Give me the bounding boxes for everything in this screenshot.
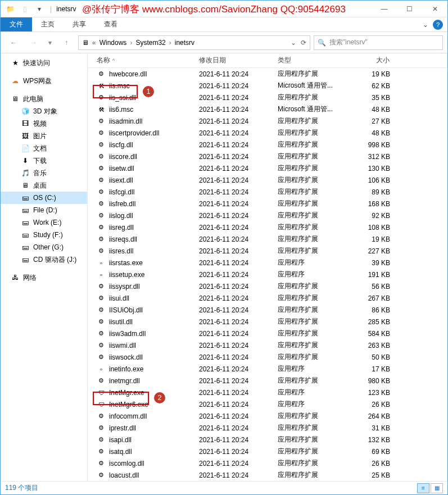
- file-row[interactable]: ⚙iiscfg.dll 2021-6-11 20:24 应用程序扩展 998 K…: [88, 139, 447, 151]
- column-name[interactable]: 名称^: [88, 56, 194, 65]
- sidebar-drive[interactable]: 🖴File (D:): [1, 204, 87, 216]
- file-row[interactable]: 🛠iis.msc 2021-6-11 20:24 Microsoft 通用管..…: [88, 80, 447, 92]
- file-row[interactable]: ⚙isapi.dll 2021-6-11 20:24 应用程序扩展 132 KB: [88, 434, 447, 446]
- drive-icon: 🖴: [21, 206, 30, 215]
- breadcrumb[interactable]: System32: [135, 39, 165, 47]
- tab-share[interactable]: 共享: [64, 17, 95, 31]
- sidebar-drive[interactable]: 🖴Work (E:): [1, 216, 87, 229]
- file-row[interactable]: ▫iisrstas.exe 2021-6-11 20:24 应用程序 39 KB: [88, 257, 447, 269]
- sidebar-item[interactable]: 📄文档: [1, 142, 87, 155]
- file-row[interactable]: ⚙iscomlog.dll 2021-6-11 20:24 应用程序扩展 26 …: [88, 457, 447, 469]
- nav-up-button[interactable]: ↑: [58, 35, 75, 51]
- nav-back-button[interactable]: ←: [5, 35, 22, 51]
- file-row[interactable]: 🛡InetMgr.exe 2021-6-11 20:24 应用程序 123 KB: [88, 387, 447, 398]
- file-date: 2021-6-11 20:24: [194, 306, 273, 314]
- file-row[interactable]: 🛡InetMgr6.exe 2021-6-11 20:24 应用程序 26 KB: [88, 398, 447, 410]
- qat-dropdown[interactable]: ▾: [33, 3, 46, 15]
- file-type: 应用程序扩展: [273, 187, 352, 197]
- file-icon: ⚙: [97, 353, 106, 362]
- sidebar-drive[interactable]: 🖴Other (G:): [1, 241, 87, 253]
- file-row[interactable]: ⚙iisfcgi.dll 2021-6-11 20:24 应用程序扩展 89 K…: [88, 186, 447, 198]
- sidebar-item[interactable]: 🖥桌面: [1, 179, 87, 192]
- file-row[interactable]: ▫inetinfo.exe 2021-6-11 20:24 应用程序 17 KB: [88, 363, 447, 375]
- sort-indicator-icon: ^: [112, 58, 115, 63]
- tab-file[interactable]: 文件: [1, 17, 32, 31]
- file-row[interactable]: ⚙iisadmin.dll 2021-6-11 20:24 应用程序扩展 27 …: [88, 115, 447, 127]
- file-row[interactable]: ⚙iisreg.dll 2021-6-11 20:24 应用程序扩展 108 K…: [88, 221, 447, 233]
- file-row[interactable]: ⚙iisreqs.dll 2021-6-11 20:24 应用程序扩展 19 K…: [88, 233, 447, 245]
- search-input[interactable]: 🔍 搜索"inetsrv": [314, 35, 443, 50]
- sidebar-network[interactable]: 🖧网络: [1, 271, 87, 284]
- breadcrumb[interactable]: inetsrv: [175, 39, 194, 47]
- address-bar[interactable]: 🖥 « Windows › System32 › inetsrv ⌄ ⟳: [78, 35, 310, 50]
- view-details-button[interactable]: ≡: [417, 483, 429, 493]
- tab-home[interactable]: 主页: [32, 17, 64, 31]
- maximize-button[interactable]: ☐: [397, 1, 422, 17]
- file-row[interactable]: 🛠iis6.msc 2021-6-11 20:24 Microsoft 通用管.…: [88, 103, 447, 115]
- file-row[interactable]: ⚙isatq.dll 2021-6-11 20:24 应用程序扩展 69 KB: [88, 446, 447, 457]
- file-row[interactable]: ⚙iis_ssi.dll 2021-6-11 20:24 应用程序扩展 35 K…: [88, 92, 447, 103]
- file-name: iis_ssi.dll: [109, 94, 136, 102]
- file-row[interactable]: ⚙loacust.dll 2021-6-11 20:24 应用程序扩展 25 K…: [88, 469, 447, 481]
- file-icon: ⚙: [97, 424, 106, 433]
- file-row[interactable]: ⚙infocomm.dll 2021-6-11 20:24 应用程序扩展 264…: [88, 410, 447, 422]
- chevron-right-icon[interactable]: ›: [130, 39, 132, 47]
- nav-recent-button[interactable]: ▾: [46, 35, 55, 51]
- help-icon[interactable]: ?: [433, 20, 443, 30]
- sidebar-item[interactable]: 🧊3D 对象: [1, 105, 87, 117]
- close-button[interactable]: ✕: [422, 1, 447, 17]
- file-row[interactable]: ⚙iiscertprovider.dll 2021-6-11 20:24 应用程…: [88, 127, 447, 139]
- file-row[interactable]: ▫iissetup.exe 2021-6-11 20:24 应用程序 191 K…: [88, 269, 447, 280]
- file-row[interactable]: ⚙iisutil.dll 2021-6-11 20:24 应用程序扩展 285 …: [88, 316, 447, 328]
- file-row[interactable]: ⚙inetmgr.dll 2021-6-11 20:24 应用程序扩展 980 …: [88, 375, 447, 387]
- folder-icon[interactable]: 📁: [4, 3, 16, 15]
- file-row[interactable]: ⚙IISUiObj.dll 2021-6-11 20:24 应用程序扩展 86 …: [88, 304, 447, 316]
- tab-view[interactable]: 查看: [95, 17, 126, 31]
- sidebar-drive[interactable]: 🖴Study (F:): [1, 229, 87, 241]
- view-icons-button[interactable]: ▦: [431, 483, 443, 493]
- sidebar-item[interactable]: ⬇下载: [1, 155, 87, 167]
- file-name: iiswmi.dll: [109, 342, 136, 349]
- file-row[interactable]: ⚙iisfreb.dll 2021-6-11 20:24 应用程序扩展 168 …: [88, 198, 447, 210]
- column-type[interactable]: 类型: [273, 56, 352, 65]
- nav-forward-button[interactable]: →: [25, 35, 42, 51]
- network-icon: 🖧: [11, 273, 20, 282]
- file-name: loacust.dll: [109, 471, 139, 479]
- file-row[interactable]: ⚙iisext.dll 2021-6-11 20:24 应用程序扩展 106 K…: [88, 174, 447, 186]
- file-row[interactable]: ⚙iislog.dll 2021-6-11 20:24 应用程序扩展 92 KB: [88, 210, 447, 221]
- sidebar-drive[interactable]: 🖴OS (C:): [1, 192, 87, 204]
- sidebar-item[interactable]: 🎞视频: [1, 117, 87, 130]
- file-name: iisui.dll: [109, 294, 129, 302]
- breadcrumb[interactable]: Windows: [99, 39, 127, 47]
- chevron-right-icon[interactable]: ›: [169, 39, 171, 47]
- breadcrumb-root[interactable]: «: [92, 39, 96, 47]
- file-row[interactable]: ⚙iiscore.dll 2021-6-11 20:24 应用程序扩展 312 …: [88, 151, 447, 162]
- file-icon: ⚙: [97, 176, 106, 185]
- qat-item[interactable]: ▯: [19, 3, 31, 15]
- address-dropdown-icon[interactable]: ⌄: [291, 39, 296, 47]
- file-icon: 🛡: [97, 400, 106, 409]
- file-row[interactable]: ⚙iisres.dll 2021-6-11 20:24 应用程序扩展 227 K…: [88, 245, 447, 257]
- file-row[interactable]: ⚙iissyspr.dll 2021-6-11 20:24 应用程序扩展 56 …: [88, 280, 447, 292]
- file-date: 2021-6-11 20:24: [194, 271, 273, 279]
- sidebar-wps[interactable]: ☁WPS网盘: [1, 75, 87, 87]
- file-row[interactable]: ⚙iprestr.dll 2021-6-11 20:24 应用程序扩展 31 K…: [88, 422, 447, 434]
- sidebar-item[interactable]: 🎵音乐: [1, 167, 87, 179]
- sidebar-this-pc[interactable]: 🖥此电脑: [1, 93, 87, 105]
- file-row[interactable]: ⚙hwebcore.dll 2021-6-11 20:24 应用程序扩展 19 …: [88, 68, 447, 80]
- sidebar-quick-access[interactable]: ★快速访问: [1, 57, 87, 69]
- file-row[interactable]: ⚙iiswsock.dll 2021-6-11 20:24 应用程序扩展 50 …: [88, 351, 447, 363]
- file-row[interactable]: ⚙iiswmi.dll 2021-6-11 20:24 应用程序扩展 263 K…: [88, 339, 447, 351]
- column-date[interactable]: 修改日期: [194, 56, 273, 65]
- file-date: 2021-6-11 20:24: [194, 106, 273, 113]
- refresh-icon[interactable]: ⟳: [301, 39, 306, 47]
- minimize-button[interactable]: —: [372, 1, 397, 17]
- file-row[interactable]: ⚙iisetw.dll 2021-6-11 20:24 应用程序扩展 130 K…: [88, 162, 447, 174]
- file-type: 应用程序扩展: [273, 140, 352, 149]
- column-size[interactable]: 大小: [352, 56, 408, 65]
- file-row[interactable]: ⚙iisui.dll 2021-6-11 20:24 应用程序扩展 267 KB: [88, 292, 447, 304]
- ribbon-expand-icon[interactable]: ⌄: [423, 21, 428, 29]
- sidebar-drive[interactable]: 🖴CD 驱动器 (J:): [1, 253, 87, 266]
- sidebar-item[interactable]: 🖼图片: [1, 130, 87, 142]
- file-row[interactable]: ⚙iisw3adm.dll 2021-6-11 20:24 应用程序扩展 584…: [88, 328, 447, 339]
